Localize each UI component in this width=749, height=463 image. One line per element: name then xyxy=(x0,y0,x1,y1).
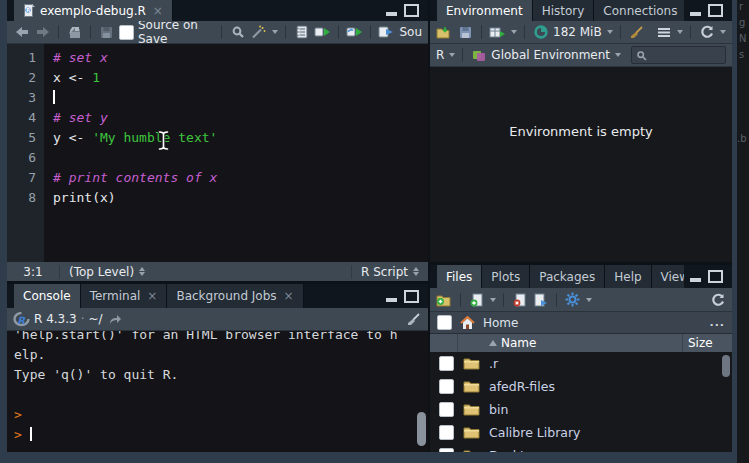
maximize-pane-icon[interactable] xyxy=(708,4,723,17)
code-editor[interactable]: 1# set x2x <- 134# set y5y <- 'My humble… xyxy=(7,44,428,262)
save-workspace-icon[interactable] xyxy=(457,24,474,40)
header-name-column[interactable]: Name xyxy=(487,336,682,350)
more-dropdown-icon[interactable] xyxy=(586,298,592,302)
maximize-pane-icon[interactable] xyxy=(404,4,419,17)
file-name[interactable]: Desktop xyxy=(489,448,541,452)
file-type-selector[interactable]: R Script xyxy=(351,265,428,279)
horizontal-divider-right[interactable] xyxy=(430,262,732,265)
scope-selector[interactable]: (Top Level) xyxy=(60,265,154,279)
home-icon[interactable] xyxy=(459,315,476,331)
file-row[interactable]: afedR-files xyxy=(430,375,732,398)
delete-file-icon[interactable] xyxy=(511,292,528,308)
close-tab-icon[interactable]: × xyxy=(147,289,157,303)
refresh-dropdown-icon[interactable] xyxy=(720,30,726,34)
file-row[interactable]: Desktop xyxy=(430,444,732,452)
source-on-save-checkbox[interactable] xyxy=(119,25,134,40)
forward-button[interactable] xyxy=(34,24,51,40)
back-button[interactable] xyxy=(13,24,30,40)
header-size-column[interactable]: Size xyxy=(682,334,732,352)
goto-directory-icon[interactable] xyxy=(107,311,124,327)
import-dataset-icon[interactable] xyxy=(489,24,506,40)
minimize-pane-icon[interactable] xyxy=(386,298,397,302)
file-name[interactable]: .r xyxy=(489,356,498,371)
new-file-icon[interactable] xyxy=(468,292,485,308)
rerun-button[interactable] xyxy=(346,24,363,40)
list-view-dropdown-icon[interactable] xyxy=(677,30,683,34)
tab-source-file[interactable]: R exemplo-debug.R × xyxy=(14,0,173,21)
clear-environment-broom-icon[interactable] xyxy=(628,24,645,40)
editor-line[interactable]: 5y <- 'My humble text' xyxy=(7,128,428,148)
tab-files[interactable]: Files xyxy=(437,265,482,288)
tab-connections[interactable]: Connections xyxy=(594,0,687,21)
minimize-pane-icon[interactable] xyxy=(690,12,701,16)
close-tab-icon[interactable]: × xyxy=(284,289,294,303)
tab-help[interactable]: Help xyxy=(605,265,651,288)
show-in-new-window-button[interactable] xyxy=(66,24,83,40)
maximize-pane-icon[interactable] xyxy=(708,270,723,283)
minimize-pane-icon[interactable] xyxy=(386,12,397,16)
list-view-icon[interactable] xyxy=(655,24,672,40)
editor-line[interactable]: 8print(x) xyxy=(7,188,428,208)
environment-scope-selector[interactable]: Global Environment xyxy=(491,48,610,62)
code-tools-dropdown-icon[interactable] xyxy=(272,30,278,34)
editor-line[interactable]: 3 xyxy=(7,88,428,108)
vertical-divider[interactable] xyxy=(428,0,430,452)
language-dropdown-icon[interactable] xyxy=(449,53,455,57)
path-more-button[interactable]: ... xyxy=(709,316,725,329)
tab-console[interactable]: Console xyxy=(14,284,81,308)
maximize-pane-icon[interactable] xyxy=(404,290,419,303)
file-name[interactable]: afedR-files xyxy=(489,379,555,394)
working-directory-label[interactable]: ~/ xyxy=(89,312,103,326)
rename-file-icon[interactable] xyxy=(532,292,549,308)
new-folder-icon[interactable] xyxy=(436,292,453,308)
close-tab-icon[interactable]: × xyxy=(153,4,163,18)
editor-line[interactable]: 2x <- 1 xyxy=(7,68,428,88)
console-output[interactable]: 'help.start()' for an HTML browser inter… xyxy=(7,331,428,452)
file-row[interactable]: Calibre Library xyxy=(430,421,732,444)
editor-line[interactable]: 6 xyxy=(7,148,428,168)
source-button-icon[interactable] xyxy=(378,24,395,40)
minimize-pane-icon[interactable] xyxy=(690,278,701,282)
r-version-label[interactable]: R 4.3.3 xyxy=(34,312,77,326)
memory-dropdown-icon[interactable] xyxy=(607,30,613,34)
editor-line[interactable]: 4# set y xyxy=(7,108,428,128)
file-checkbox[interactable] xyxy=(439,356,454,371)
editor-line[interactable]: 7# print contents of x xyxy=(7,168,428,188)
console-prompt-line[interactable]: > xyxy=(14,425,428,445)
file-checkbox[interactable] xyxy=(439,425,454,440)
save-button[interactable] xyxy=(98,24,115,40)
memory-usage-label[interactable]: 182 MiB xyxy=(553,25,602,39)
tab-plots[interactable]: Plots xyxy=(482,265,530,288)
compile-report-button[interactable] xyxy=(293,24,310,40)
file-checkbox[interactable] xyxy=(439,402,454,417)
file-name[interactable]: bin xyxy=(489,402,508,417)
file-row[interactable]: bin xyxy=(430,398,732,421)
file-checkbox[interactable] xyxy=(439,448,454,452)
scope-dropdown-icon[interactable] xyxy=(615,53,621,57)
new-file-dropdown-icon[interactable] xyxy=(490,298,496,302)
language-selector[interactable]: R xyxy=(436,48,444,62)
environment-search-input[interactable] xyxy=(631,46,726,64)
select-all-checkbox[interactable] xyxy=(437,315,452,330)
files-scrollbar-thumb[interactable] xyxy=(722,355,730,377)
find-replace-button[interactable] xyxy=(229,24,246,40)
tab-environment[interactable]: Environment xyxy=(437,0,533,21)
console-scrollbar-thumb[interactable] xyxy=(417,412,426,446)
file-row[interactable]: .r xyxy=(430,352,732,375)
code-tools-wand-button[interactable] xyxy=(250,24,267,40)
load-workspace-icon[interactable] xyxy=(436,24,453,40)
tab-packages[interactable]: Packages xyxy=(530,265,605,288)
refresh-files-icon[interactable] xyxy=(709,292,726,308)
editor-line[interactable]: 1# set x xyxy=(7,48,428,68)
file-checkbox[interactable] xyxy=(439,379,454,394)
horizontal-divider-left[interactable] xyxy=(7,281,428,284)
source-button-label[interactable]: Sou xyxy=(399,25,422,39)
clear-console-broom-icon[interactable] xyxy=(405,311,422,327)
path-breadcrumb[interactable]: Home xyxy=(483,316,518,330)
tab-history[interactable]: History xyxy=(533,0,595,21)
import-dataset-dropdown-icon[interactable] xyxy=(511,30,517,34)
tab-background-jobs[interactable]: Background Jobs × xyxy=(167,284,303,308)
more-gear-icon[interactable] xyxy=(564,292,581,308)
tab-terminal[interactable]: Terminal × xyxy=(81,284,168,308)
file-name[interactable]: Calibre Library xyxy=(489,425,581,440)
